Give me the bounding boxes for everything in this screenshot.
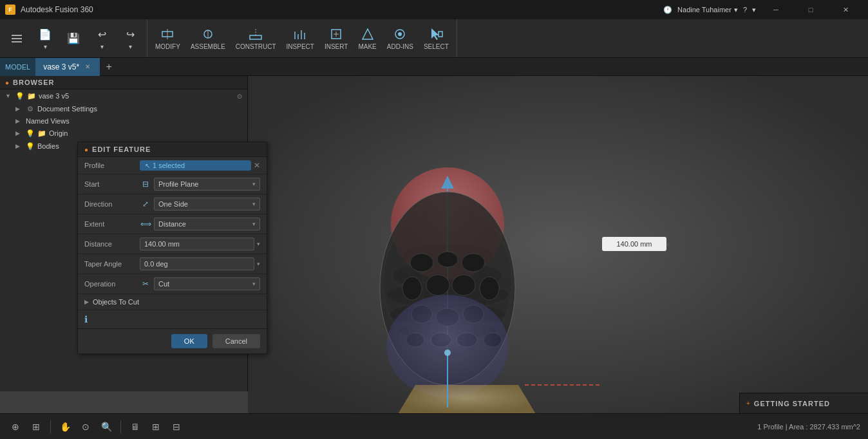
toolbar-hamburger[interactable] bbox=[3, 21, 31, 56]
tab-close-button[interactable]: ✕ bbox=[83, 62, 92, 71]
bodies-bulb-icon: 💡 bbox=[26, 142, 35, 151]
select-icon bbox=[428, 26, 444, 42]
pan-icon[interactable]: ✋ bbox=[57, 419, 73, 434]
restore-button[interactable]: □ bbox=[796, 0, 826, 19]
search-view-icon[interactable]: 🔍 bbox=[99, 419, 114, 434]
distance-row: Distance ▾ bbox=[78, 234, 267, 254]
help-dropdown[interactable]: ▾ bbox=[752, 6, 756, 14]
distance-label: Distance bbox=[84, 240, 136, 248]
direction-control: ⤢ One Side ▾ bbox=[140, 198, 260, 210]
make-label: MAKE bbox=[358, 43, 376, 50]
origin-folder-icon: 📁 bbox=[37, 129, 46, 138]
svg-point-37 bbox=[462, 254, 485, 272]
toolbar-group-nav: 📄 ▾ 💾 ↩ ▾ ↪ ▾ bbox=[0, 19, 147, 57]
vase-options[interactable]: ⊙ bbox=[237, 93, 242, 100]
profile-label: Profile bbox=[84, 162, 136, 169]
fit-icon[interactable]: ⊞ bbox=[28, 419, 44, 434]
edit-feature-panel: ● EDIT FEATURE Profile ↖ 1 selected ✕ St… bbox=[77, 142, 267, 354]
direction-icon: ⤢ bbox=[140, 198, 151, 210]
toolbar-insert-button[interactable]: INSERT bbox=[319, 21, 354, 56]
objects-to-cut-row[interactable]: ▶ Objects To Cut bbox=[78, 294, 267, 310]
modify-label: MODIFY bbox=[155, 43, 180, 50]
model-tab-label: MODEL bbox=[5, 63, 30, 71]
browser-item-origin[interactable]: ▶ 💡 📁 Origin bbox=[0, 127, 247, 140]
distance-control: ▾ bbox=[140, 238, 260, 250]
toolbar-group-modify: MODIFY ASSEMBLE CONSTRUCT INSPECT INSERT bbox=[147, 19, 457, 57]
user-area: 🕐 Nadine Tuhaimer ▾ ? ▾ ─ □ ✕ bbox=[656, 0, 868, 19]
browser-item-doc-settings[interactable]: ▶ ⚙ Document Settings bbox=[0, 102, 247, 115]
file-tab[interactable]: vase 3 v5* ✕ bbox=[35, 58, 100, 76]
getting-started-icon: + bbox=[746, 400, 750, 407]
distance-input[interactable] bbox=[140, 238, 254, 250]
ok-button[interactable]: OK bbox=[171, 334, 207, 348]
toolbar-undo-button[interactable]: ↩ ▾ bbox=[88, 21, 116, 56]
objects-arrow-icon: ▶ bbox=[84, 299, 89, 305]
taper-input[interactable] bbox=[140, 257, 254, 270]
cancel-button[interactable]: Cancel bbox=[212, 334, 260, 348]
profile-clear-button[interactable]: ✕ bbox=[254, 161, 260, 170]
taper-angle-row: Taper Angle ▾ bbox=[78, 254, 267, 274]
model-tab[interactable]: MODEL bbox=[0, 58, 35, 76]
start-dropdown[interactable]: Profile Plane ▾ bbox=[154, 178, 260, 191]
toolbar-save-button[interactable]: 💾 bbox=[59, 21, 88, 56]
gear-icon: ⚙ bbox=[26, 104, 35, 113]
svg-point-53 bbox=[444, 350, 451, 356]
modify-icon bbox=[160, 26, 175, 42]
inspect-label: INSPECT bbox=[287, 43, 314, 50]
assemble-icon bbox=[200, 26, 216, 42]
toolbar-make-button[interactable]: MAKE bbox=[353, 21, 381, 56]
toolbar-select-button[interactable]: SELECT bbox=[419, 21, 454, 56]
title-bar: F Autodesk Fusion 360 🕐 Nadine Tuhaimer … bbox=[0, 0, 868, 19]
direction-dropdown[interactable]: One Side ▾ bbox=[154, 198, 260, 210]
svg-point-39 bbox=[426, 275, 449, 295]
insert-icon bbox=[328, 26, 344, 42]
svg-rect-17 bbox=[439, 32, 442, 37]
svg-point-36 bbox=[437, 252, 458, 267]
view-options-icon[interactable]: ⊟ bbox=[169, 419, 184, 434]
browser-item-named-views[interactable]: ▶ Named Views bbox=[0, 115, 247, 127]
toolbar-construct-button[interactable]: CONSTRUCT bbox=[231, 21, 281, 56]
getting-started-panel[interactable]: + GETTING STARTED bbox=[739, 393, 868, 413]
tab-bar: MODEL vase 3 v5* ✕ + bbox=[0, 58, 868, 76]
profile-selected-badge[interactable]: ↖ 1 selected bbox=[140, 160, 251, 171]
close-button[interactable]: ✕ bbox=[831, 0, 860, 19]
taper-label: Taper Angle bbox=[84, 260, 136, 268]
ef-expand-icon[interactable]: ● bbox=[84, 146, 88, 153]
navigate-icon[interactable]: ⊕ bbox=[8, 419, 23, 434]
extent-dropdown[interactable]: Distance ▾ bbox=[154, 218, 260, 230]
minimize-button[interactable]: ─ bbox=[761, 0, 791, 19]
operation-dropdown-arrow: ▾ bbox=[252, 281, 256, 287]
browser-expand-icon[interactable]: ● bbox=[5, 79, 9, 86]
bottom-status: 1 Profile | Area : 2827.433 mm^2 bbox=[757, 423, 860, 431]
profile-control: ↖ 1 selected ✕ bbox=[140, 160, 260, 171]
vase-label: vase 3 v5 bbox=[39, 92, 69, 100]
origin-label: Origin bbox=[49, 129, 68, 137]
toolbar-new-button[interactable]: 📄 ▾ bbox=[31, 21, 59, 56]
toolbar-modify-button[interactable]: MODIFY bbox=[150, 21, 185, 56]
bulb-icon: 💡 bbox=[15, 91, 24, 100]
toolbar-inspect-button[interactable]: INSPECT bbox=[281, 21, 319, 56]
bottombar-left: ⊕ ⊞ ✋ ⊙ 🔍 🖥 ⊞ ⊟ bbox=[8, 419, 184, 434]
plane-icon: ⊟ bbox=[140, 178, 151, 190]
browser-item-vase[interactable]: ▼ 💡 📁 vase 3 v5 ⊙ bbox=[0, 89, 247, 102]
new-tab-button[interactable]: + bbox=[100, 58, 118, 76]
direction-label: Direction bbox=[84, 200, 136, 208]
doc-settings-arrow: ▶ bbox=[15, 106, 23, 112]
user-menu[interactable]: Nadine Tuhaimer ▾ bbox=[677, 6, 738, 14]
vase-expand-arrow: ▼ bbox=[5, 93, 13, 99]
construct-icon bbox=[248, 26, 263, 42]
help-button[interactable]: ? bbox=[743, 6, 747, 14]
svg-point-41 bbox=[480, 277, 499, 300]
history-button[interactable]: 🕐 bbox=[663, 6, 672, 14]
operation-dropdown[interactable]: Cut ▾ bbox=[154, 277, 260, 290]
origin-bulb-icon: 💡 bbox=[26, 129, 35, 138]
svg-point-40 bbox=[452, 275, 475, 295]
toolbar-redo-button[interactable]: ↪ ▾ bbox=[116, 21, 144, 56]
toolbar-assemble-button[interactable]: ASSEMBLE bbox=[185, 21, 231, 56]
toolbar-addins-button[interactable]: ADD-INS bbox=[382, 21, 419, 56]
display-icon[interactable]: 🖥 bbox=[127, 419, 143, 434]
grid-icon[interactable]: ⊞ bbox=[148, 419, 164, 434]
inspect-icon bbox=[292, 26, 308, 42]
zoom-icon[interactable]: ⊙ bbox=[78, 419, 93, 434]
svg-marker-16 bbox=[431, 28, 439, 40]
